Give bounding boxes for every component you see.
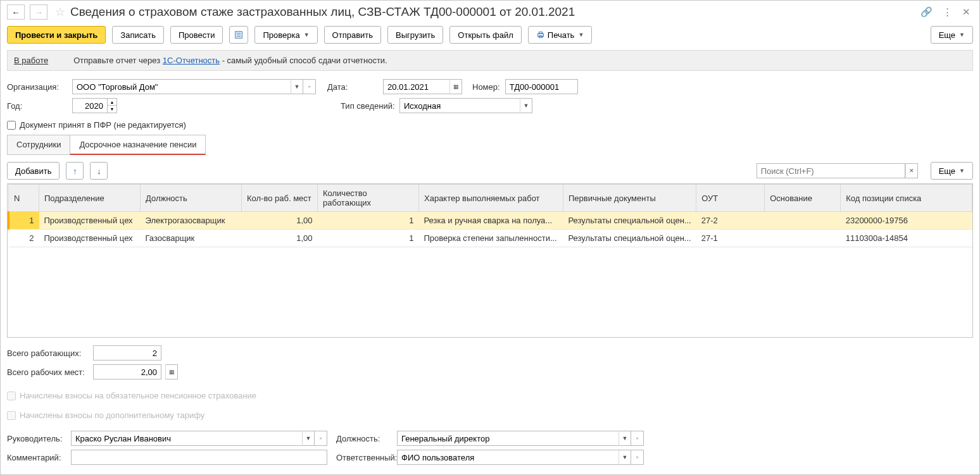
- tab-employees[interactable]: Сотрудники: [7, 135, 70, 155]
- date-label: Дата:: [327, 82, 378, 92]
- table-row[interactable]: 2 Производственный цех Газосварщик 1,00 …: [9, 230, 972, 247]
- print-icon: [536, 30, 545, 39]
- table-row[interactable]: 1 Производственный цех Электрогазосварщи…: [9, 212, 972, 230]
- tab-early-pension[interactable]: Досрочное назначение пенсии: [70, 135, 206, 155]
- chevron-down-icon: ▼: [578, 32, 584, 38]
- extra-tariff-label: Начислены взносы по дополнительному тари…: [20, 410, 204, 420]
- status-text: В работе: [14, 56, 48, 65]
- reporting-link[interactable]: 1С-Отчетность: [163, 56, 220, 65]
- position-open-button[interactable]: ▫: [631, 431, 644, 446]
- nav-forward-button[interactable]: →: [30, 4, 47, 20]
- send-button[interactable]: Отправить: [324, 26, 381, 44]
- comment-label: Комментарий:: [7, 453, 67, 462]
- number-input[interactable]: [505, 79, 578, 94]
- col-header-code[interactable]: Код позиции списка: [841, 185, 972, 212]
- open-file-button[interactable]: Открыть файл: [449, 26, 521, 44]
- chevron-down-icon: ▼: [959, 32, 965, 38]
- col-header-places[interactable]: Кол-во раб. мест: [242, 185, 318, 212]
- more-menu-button[interactable]: Еще▼: [931, 26, 973, 44]
- type-label: Тип сведений:: [341, 101, 394, 111]
- total-workers-label: Всего работающих:: [7, 349, 89, 358]
- number-label: Номер:: [472, 82, 500, 92]
- favorite-star-icon[interactable]: ☆: [55, 5, 65, 19]
- col-header-workers[interactable]: Количество работающих: [318, 185, 419, 212]
- post-and-close-button[interactable]: Провести и закрыть: [7, 26, 106, 44]
- col-header-department[interactable]: Подразделение: [39, 185, 141, 212]
- date-calendar-button[interactable]: ▦: [449, 79, 462, 94]
- org-dropdown-button[interactable]: ▼: [291, 79, 303, 94]
- date-input[interactable]: [383, 79, 449, 94]
- add-row-button[interactable]: Добавить: [7, 162, 60, 180]
- col-header-documents[interactable]: Первичные документы: [563, 185, 696, 212]
- org-input[interactable]: [72, 79, 291, 94]
- total-workers-input[interactable]: [93, 345, 161, 361]
- nav-back-button[interactable]: ←: [7, 4, 25, 20]
- head-open-button[interactable]: ▫: [315, 431, 327, 446]
- year-input[interactable]: [72, 98, 107, 113]
- position-label: Должность:: [336, 434, 393, 443]
- org-open-button[interactable]: ▫: [303, 79, 316, 94]
- move-up-button[interactable]: ↑: [66, 162, 84, 180]
- export-button[interactable]: Выгрузить: [387, 26, 443, 44]
- col-header-out[interactable]: ОУТ: [696, 185, 765, 212]
- info-message: Отправьте отчет через 1С-Отчетность - са…: [73, 56, 387, 65]
- year-down-button[interactable]: ▼: [107, 106, 117, 113]
- position-input[interactable]: [397, 431, 619, 446]
- org-label: Организация:: [7, 82, 67, 92]
- pension-table[interactable]: N Подразделение Должность Кол-во раб. ме…: [7, 183, 973, 338]
- pension-contrib-checkbox: [7, 392, 16, 400]
- chevron-down-icon: ▼: [959, 168, 965, 174]
- print-menu-button[interactable]: Печать▼: [528, 26, 593, 44]
- structure-icon-button[interactable]: [229, 26, 248, 44]
- position-dropdown-button[interactable]: ▼: [619, 431, 631, 446]
- responsible-input[interactable]: [397, 450, 619, 465]
- extra-tariff-checkbox: [7, 411, 16, 420]
- year-label: Год:: [7, 101, 67, 111]
- col-header-n[interactable]: N: [9, 185, 39, 212]
- responsible-dropdown-button[interactable]: ▼: [619, 450, 631, 465]
- comment-input[interactable]: [71, 450, 327, 465]
- link-icon[interactable]: 🔗: [920, 6, 933, 18]
- calendar-icon: ▦: [453, 83, 459, 90]
- col-header-position[interactable]: Должность: [141, 185, 242, 212]
- pfr-checkbox-label: Документ принят в ПФР (не редактируется): [20, 120, 186, 130]
- save-button[interactable]: Записать: [112, 26, 164, 44]
- pension-contrib-label: Начислены взносы на обязательное пенсион…: [20, 391, 256, 400]
- page-title: Сведения о страховом стаже застрахованны…: [70, 5, 913, 19]
- col-header-character[interactable]: Характер выполняемых работ: [419, 185, 563, 212]
- check-menu-button[interactable]: Проверка▼: [254, 26, 317, 44]
- svg-rect-5: [539, 32, 542, 34]
- close-icon[interactable]: ✕: [962, 6, 971, 18]
- pfr-checkbox[interactable]: [7, 121, 16, 130]
- total-places-input[interactable]: [93, 364, 161, 379]
- table-more-button[interactable]: Еще▼: [931, 162, 973, 180]
- calculator-icon: ▦: [169, 369, 175, 375]
- post-button[interactable]: Провести: [170, 26, 223, 44]
- head-input[interactable]: [71, 431, 302, 446]
- head-dropdown-button[interactable]: ▼: [302, 431, 315, 446]
- responsible-label: Ответственный:: [336, 453, 393, 462]
- type-dropdown-button[interactable]: ▼: [520, 98, 532, 113]
- col-header-basis[interactable]: Основание: [765, 185, 841, 212]
- chevron-down-icon: ▼: [304, 32, 310, 38]
- type-input[interactable]: [399, 98, 520, 113]
- total-places-label: Всего рабочих мест:: [7, 367, 89, 377]
- search-input[interactable]: [757, 163, 905, 178]
- year-up-button[interactable]: ▲: [107, 98, 117, 106]
- search-clear-button[interactable]: ✕: [905, 163, 918, 178]
- status-info-bar: В работе Отправьте отчет через 1С-Отчетн…: [7, 50, 973, 71]
- move-down-button[interactable]: ↓: [90, 162, 108, 180]
- responsible-open-button[interactable]: ▫: [631, 450, 644, 465]
- more-vert-icon[interactable]: ⋮: [943, 6, 952, 18]
- head-label: Руководитель:: [7, 434, 67, 443]
- list-icon: [234, 30, 243, 39]
- total-places-calc-button[interactable]: ▦: [165, 364, 178, 379]
